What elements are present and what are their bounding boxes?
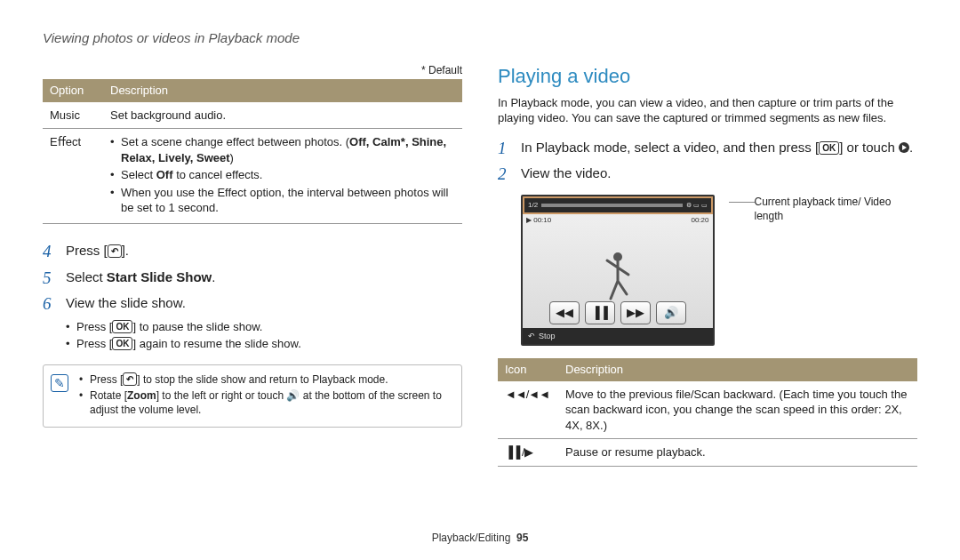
text: Press [ xyxy=(90,373,123,386)
footer-section: Playback/Editing xyxy=(432,532,511,544)
step-5: 5 Select Start Slide Show. xyxy=(43,267,462,290)
step-1: 1 In Playback mode, select a video, and … xyxy=(498,137,917,160)
icon-prev-scan: ◄◄/◄◄ xyxy=(498,381,558,439)
table-row: Music Set background audio. xyxy=(43,102,462,129)
step-number: 2 xyxy=(498,163,512,186)
video-timebar: ▶ 00:10 00:20 xyxy=(526,216,709,226)
step-number: 4 xyxy=(43,240,57,263)
ok-icon: OK xyxy=(112,320,132,333)
table-row: ▐▐ /▶ Pause or resume playback. xyxy=(498,439,917,467)
text: ] again to resume the slide show. xyxy=(132,337,300,350)
page-header: Viewing photos or videos in Playback mod… xyxy=(43,30,917,45)
text: Rotate [ xyxy=(90,389,127,402)
forward-button[interactable]: ▶▶ xyxy=(620,301,651,324)
callout-line xyxy=(729,202,755,203)
note-line: Rotate [Zoom] to the left or right or to… xyxy=(79,388,452,417)
option-music-desc: Set background audio. xyxy=(103,102,462,129)
text-bold: Off xyxy=(156,168,173,181)
table-row: Eﬀect Set a scene change effect between … xyxy=(43,129,462,224)
time-total: 00:20 xyxy=(692,216,709,226)
text: . xyxy=(212,269,215,284)
text: ] to stop the slide show and return to P… xyxy=(137,373,388,386)
step-text: View the video. xyxy=(521,163,611,186)
text: Press [ xyxy=(76,320,112,333)
stop-label: Stop xyxy=(539,331,556,341)
speaker-icon: 🔊 xyxy=(286,389,300,402)
options-col-option: Option xyxy=(43,79,103,102)
text: ] to the left or right or touch xyxy=(156,389,287,402)
callout-text: Current playback time/ Video length xyxy=(755,195,917,223)
text: ]. xyxy=(122,243,129,258)
icon-prev-scan-desc: Move to the previous file/Scan backward.… xyxy=(558,381,917,439)
icon-pause-play-desc: Pause or resume playback. xyxy=(558,439,917,467)
right-column: Playing a video In Playback mode, you ca… xyxy=(498,63,917,467)
table-row: ◄◄/◄◄ Move to the previous file/Scan bac… xyxy=(498,381,917,439)
video-bottombar: ↶ Stop xyxy=(523,328,713,344)
play-icon xyxy=(899,142,909,153)
text: . xyxy=(909,140,913,155)
text: In Playback mode, select a video, and th… xyxy=(521,140,819,155)
text: Press [ xyxy=(66,243,108,258)
step-2: 2 View the video. xyxy=(498,163,917,186)
option-effect: Eﬀect xyxy=(43,129,103,224)
options-col-description: Description xyxy=(103,79,462,102)
icon-pause-play: ▐▐ /▶ xyxy=(498,439,558,467)
video-topbar: 1/2 ⚙ ▭ ▭ xyxy=(523,196,713,214)
video-controls: ◀◀ ▐▐ ▶▶ 🔊 xyxy=(549,301,686,324)
video-thumbnail xyxy=(600,250,636,303)
text: Select xyxy=(121,168,156,181)
footer-page: 95 xyxy=(516,532,528,544)
video-diagram: 1/2 ⚙ ▭ ▭ ▶ 00:10 00:20 ◀◀ ▐▐ ▶▶ xyxy=(521,195,917,346)
text: Press [ xyxy=(76,337,112,350)
text-bold: Start Slide Show xyxy=(107,269,212,284)
option-music: Music xyxy=(43,102,103,129)
section-title: Playing a video xyxy=(498,63,917,90)
pause-button[interactable]: ▐▐ xyxy=(585,301,615,324)
option-effect-desc: Set a scene change effect between photos… xyxy=(103,129,462,224)
text: When you use the Effect option, the inte… xyxy=(110,185,455,216)
back-icon: ↶ xyxy=(528,331,535,341)
counter: 1/2 xyxy=(528,201,538,211)
text: Set a scene change effect between photos… xyxy=(121,135,349,148)
icon-col-icon: Icon xyxy=(498,358,558,381)
options-table: Option Description Music Set background … xyxy=(43,79,462,224)
ok-icon: OK xyxy=(819,141,839,155)
text: ] or touch xyxy=(839,140,899,155)
default-note: * Default xyxy=(43,63,462,77)
step-text: View the slide show. xyxy=(66,292,186,316)
icon-col-description: Description xyxy=(558,358,917,381)
left-column: * Default Option Description Music Set b… xyxy=(43,63,462,467)
text: ] to pause the slide show. xyxy=(132,320,262,333)
step-number: 1 xyxy=(498,137,512,160)
substep: Press [OK] again to resume the slide sho… xyxy=(66,336,462,352)
note-box: ✎ Press [↶] to stop the slide show and r… xyxy=(43,364,462,428)
back-icon: ↶ xyxy=(123,372,137,386)
text: to cancel effects. xyxy=(173,168,263,181)
substep: Press [OK] to pause the slide show. xyxy=(66,319,462,335)
progress-slider xyxy=(541,204,683,207)
volume-button[interactable]: 🔊 xyxy=(656,301,686,324)
icon-table: Icon Description ◄◄/◄◄ Move to the previ… xyxy=(498,358,917,467)
note-line: Press [↶] to stop the slide show and ret… xyxy=(79,372,452,387)
step-number: 5 xyxy=(43,267,57,290)
text: ) xyxy=(230,151,234,164)
step-4: 4 Press [↶]. xyxy=(43,240,462,263)
ok-icon: OK xyxy=(112,337,132,350)
back-icon: ↶ xyxy=(108,244,122,258)
rewind-button[interactable]: ◀◀ xyxy=(549,301,580,324)
text-bold: Zoom xyxy=(127,389,156,402)
video-screen: 1/2 ⚙ ▭ ▭ ▶ 00:10 00:20 ◀◀ ▐▐ ▶▶ xyxy=(521,195,715,346)
note-icon: ✎ xyxy=(51,374,68,392)
section-intro: In Playback mode, you can view a video, … xyxy=(498,95,917,126)
step-6: 6 View the slide show. xyxy=(43,292,462,316)
text: Select xyxy=(66,269,107,284)
step-number: 6 xyxy=(43,292,57,316)
time-current: ▶ 00:10 xyxy=(526,216,551,226)
page-footer: Playback/Editing 95 xyxy=(0,532,960,544)
